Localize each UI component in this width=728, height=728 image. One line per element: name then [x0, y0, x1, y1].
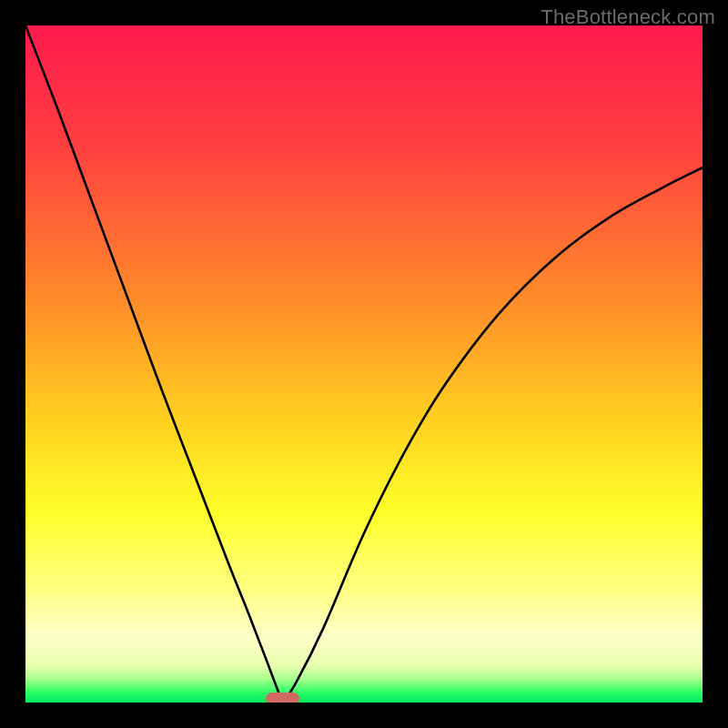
bottleneck-curve	[25, 25, 703, 703]
plot-area	[25, 25, 703, 703]
optimum-marker	[266, 693, 299, 703]
outer-frame: TheBottleneck.com	[0, 0, 728, 728]
watermark-text: TheBottleneck.com	[541, 5, 715, 29]
